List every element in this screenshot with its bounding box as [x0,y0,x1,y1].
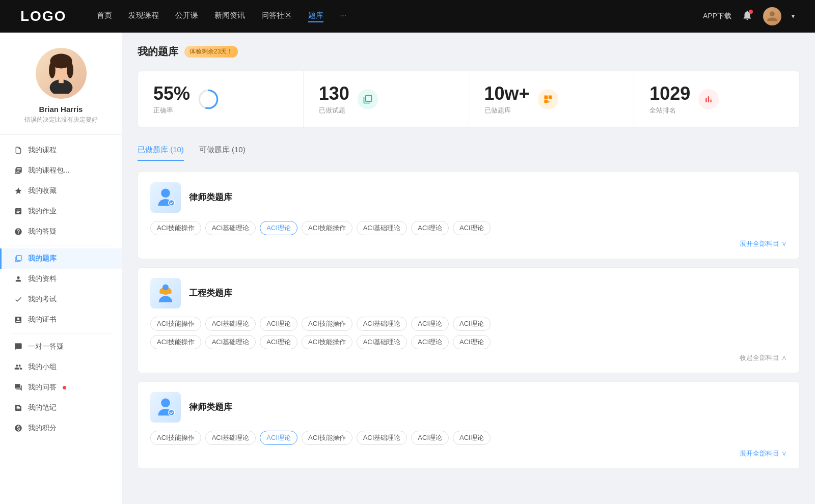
sidebar-profile: Brian Harris 错误的决定比没有决定要好 [0,48,122,135]
tag-2-6[interactable]: ACI理论 [453,317,491,331]
tag-1-6[interactable]: ACI理论 [453,221,491,235]
nav-opencourse[interactable]: 公开课 [175,11,198,22]
profile-name: Brian Harris [39,105,83,114]
sidebar-item-qa-my[interactable]: 我的答疑 [0,221,122,242]
app-download-link[interactable]: APP下载 [703,12,731,21]
sidebar-item-homework-label: 我的作业 [28,207,57,216]
tag-2-12[interactable]: ACI理论 [411,335,449,349]
assignment-icon [14,207,23,216]
pie-chart-icon [198,89,219,109]
qbank-collapse-2[interactable]: 收起全部科目 ∧ [150,353,787,362]
tabs-row: 已做题库 (10) 可做题库 (10) [138,140,800,161]
svg-point-2 [49,62,56,78]
sidebar-item-favorites[interactable]: 我的收藏 [0,181,122,201]
tag-3-2[interactable]: ACI理论 [260,431,297,445]
sidebar-item-qbank[interactable]: 我的题库 [0,248,122,269]
sidebar-item-profile-data[interactable]: 我的资料 [0,269,122,289]
tag-2-0[interactable]: ACI技能操作 [150,317,201,331]
nav-home[interactable]: 首页 [97,11,112,22]
sidebar-item-group[interactable]: 我的小组 [0,357,122,377]
sidebar-item-coursepack[interactable]: 我的课程包... [0,160,122,181]
engineer-icon [150,278,181,309]
sidebar-item-certificate[interactable]: 我的证书 [0,310,122,330]
pie-chart-svg [198,89,219,109]
question-icon [14,227,23,236]
svg-point-13 [161,398,170,407]
sidebar-item-one-on-one[interactable]: 一对一答疑 [0,337,122,357]
tag-1-5[interactable]: ACI理论 [411,221,449,235]
notification-bell[interactable] [742,10,753,23]
tag-3-0[interactable]: ACI技能操作 [150,431,201,445]
tag-2-9[interactable]: ACI理论 [260,335,297,349]
divider-1 [10,245,112,245]
sidebar-item-points[interactable]: 我的积分 [0,418,122,438]
tag-3-4[interactable]: ACI基础理论 [357,431,408,445]
stat-done-questions: 130 已做试题 [304,71,469,127]
tag-2-2[interactable]: ACI理论 [260,317,297,331]
qbank-expand-1[interactable]: 展开全部科目 ∨ [150,239,787,248]
sidebar-item-notes[interactable]: 我的笔记 [0,398,122,418]
stat-correct-rate-label: 正确率 [153,106,190,115]
sidebar-item-exam[interactable]: 我的考试 [0,289,122,310]
exam-icon [14,295,23,304]
logo: LOGO [20,8,66,24]
avatar[interactable] [763,7,781,25]
tag-2-8[interactable]: ACI基础理论 [205,335,256,349]
tab-done[interactable]: 已做题库 (10) [138,140,184,161]
lawyer-icon-2 [150,392,181,423]
qa-icon [14,383,23,392]
tag-1-3[interactable]: ACI技能操作 [302,221,352,235]
stat-global-rank-value: 1029 [649,83,690,104]
tag-2-11[interactable]: ACI基础理论 [357,335,408,349]
trial-badge: 体验剩余23天！ [184,46,238,58]
tag-2-4[interactable]: ACI基础理论 [357,317,408,331]
rank-icon [698,89,719,109]
tag-2-3[interactable]: ACI技能操作 [302,317,352,331]
qbank-icon [14,254,23,263]
tag-1-0[interactable]: ACI技能操作 [150,221,201,235]
stat-correct-rate-text: 55% 正确率 [153,83,190,115]
group-icon [14,362,23,372]
tag-2-5[interactable]: ACI理论 [411,317,449,331]
svg-point-14 [169,409,175,415]
tag-3-3[interactable]: ACI技能操作 [302,431,352,445]
bar-chart-icon [703,94,714,104]
sidebar-item-course[interactable]: 我的课程 [0,140,122,160]
qbank-title-1: 律师类题库 [189,191,232,203]
page-layout: Brian Harris 错误的决定比没有决定要好 我的课程 我的课程包... [0,33,815,504]
sidebar-item-qa-label: 我的答疑 [28,227,57,236]
tag-3-1[interactable]: ACI基础理论 [205,431,256,445]
sidebar-item-homework[interactable]: 我的作业 [0,201,122,221]
qbank-card-lawyer-1: 律师类题库 ACI技能操作 ACI基础理论 ACI理论 ACI技能操作 ACI基… [138,172,800,259]
qbank-header-2: 工程类题库 [150,278,787,309]
tab-available[interactable]: 可做题库 (10) [199,140,246,161]
stat-done-banks-text: 10w+ 已做题库 [484,83,530,115]
svg-rect-5 [59,78,64,83]
tag-1-2[interactable]: ACI理论 [260,221,297,235]
nav-more[interactable]: ··· [340,11,346,22]
points-icon [14,424,23,433]
stat-correct-rate-value: 55% [153,83,190,104]
tag-3-6[interactable]: ACI理论 [453,431,491,445]
tag-1-4[interactable]: ACI基础理论 [357,221,408,235]
stat-global-rank: 1029 全站排名 [634,71,799,127]
svg-point-9 [169,200,175,206]
tag-2-10[interactable]: ACI技能操作 [302,335,352,349]
tag-2-1[interactable]: ACI基础理论 [205,317,256,331]
sidebar-item-notes-label: 我的笔记 [28,403,57,412]
tag-3-5[interactable]: ACI理论 [411,431,449,445]
qbank-expand-3[interactable]: 展开全部科目 ∨ [150,449,787,458]
stat-done-questions-value: 130 [319,83,349,104]
nav-news[interactable]: 新闻资讯 [214,11,245,22]
nav-qa[interactable]: 问答社区 [261,11,292,22]
nav-discover[interactable]: 发现课程 [128,11,159,22]
tag-2-7[interactable]: ACI技能操作 [150,335,201,349]
svg-point-8 [161,188,170,198]
tag-2-13[interactable]: ACI理论 [453,335,491,349]
nav-qbank[interactable]: 题库 [308,11,323,22]
sidebar-item-myqa[interactable]: 我的问答 [0,377,122,398]
bell-badge [749,10,753,14]
avatar-icon [766,10,778,22]
profile-chevron[interactable]: ▾ [792,13,795,20]
tag-1-1[interactable]: ACI基础理论 [205,221,256,235]
